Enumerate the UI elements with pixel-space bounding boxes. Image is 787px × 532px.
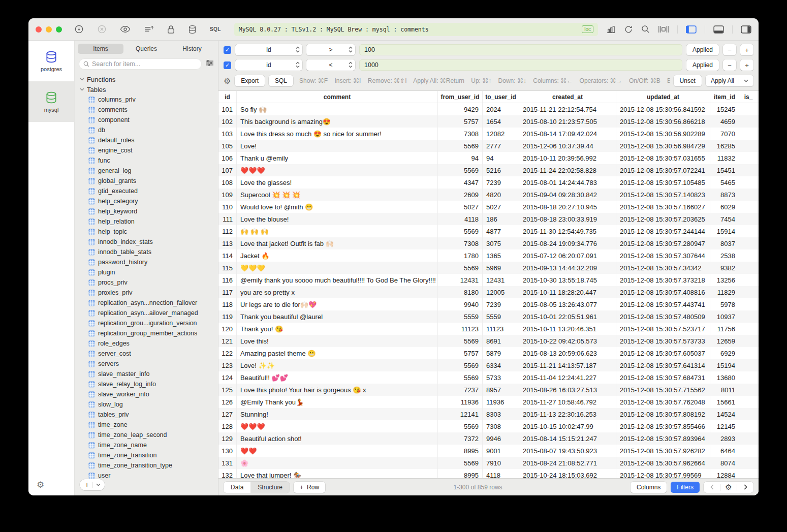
grid-cell[interactable]: 8074 [710,457,739,469]
tab-structure[interactable]: Structure [250,482,290,493]
grid-cell[interactable]: 5879 [483,347,519,359]
grid-cell[interactable]: 5569 [438,420,483,432]
grid-cell[interactable]: Love! [237,140,438,152]
grid-cell[interactable]: 12659 [710,335,739,347]
filter-column-select[interactable]: id [235,59,302,71]
tree-section-functions[interactable]: Functions [75,74,218,84]
grid-cell[interactable]: Thank u @emily [237,152,438,164]
grid-cell[interactable]: 116 [218,274,237,286]
grid-cell[interactable]: 2015-10-11 18:28:20.447 [519,286,616,298]
tab-history[interactable]: History [169,44,215,54]
search-input[interactable]: Search for item... [79,58,202,70]
sidebar-table-item[interactable]: time_zone_transition [75,450,218,460]
grid-cell[interactable]: 128 [218,420,237,432]
query-log-icon[interactable] [144,25,154,34]
grid-cell[interactable]: 2015-12-08 15:30:57.99569 [616,469,710,478]
grid-cell[interactable]: 5978 [710,298,739,310]
grid-cell[interactable]: 5969 [483,262,519,274]
grid-cell[interactable]: 5216 [483,164,519,176]
grid-cell[interactable]: 15661 [710,396,739,408]
toggle-right-panel-icon[interactable] [741,25,751,34]
grid-cell[interactable] [739,420,758,432]
grid-cell[interactable]: 2015-12-06 10:37:39.44 [519,140,616,152]
grid-cell[interactable]: 1654 [483,115,519,128]
add-row-button[interactable]: + Row [294,482,325,493]
filter-operator-select[interactable]: < [306,59,355,71]
grid-cell[interactable] [739,140,758,152]
grid-cell[interactable]: 5569 [438,140,483,152]
grid-cell[interactable]: 5465 [710,176,739,189]
grid-cell[interactable]: 11123 [438,323,483,335]
grid-cell[interactable]: 7372 [438,432,483,445]
grid-cell[interactable] [739,237,758,249]
grid-cell[interactable]: 186 [483,213,519,225]
grid-cell[interactable] [739,432,758,445]
grid-cell[interactable]: 8303 [483,408,519,420]
grid-cell[interactable] [739,298,758,310]
grid-cell[interactable] [739,408,758,420]
grid-cell[interactable]: 12141 [438,408,483,420]
grid-cell[interactable]: 4877 [483,225,519,237]
grid-cell[interactable]: 2015-10-01 22:05:51.961 [519,310,616,323]
sidebar-table-item[interactable]: comments [75,105,218,115]
grid-cell[interactable]: 2015-08-18 23:00:33.919 [519,213,616,225]
grid-cell[interactable]: 117 [218,286,237,298]
sidebar-table-item[interactable]: password_history [75,257,218,267]
grid-cell[interactable]: 102 [218,115,237,128]
chart-icon[interactable] [606,25,616,34]
grid-cell[interactable]: 2015-10-11 13:20:46.351 [519,323,616,335]
grid-cell[interactable]: 106 [218,152,237,164]
grid-cell[interactable]: 2015-10-15 10:02:47.99 [519,420,616,432]
grid-cell[interactable]: 2015-10-11 20:39:56.992 [519,152,616,164]
grid-cell[interactable]: 9940 [438,298,483,310]
column-header-from_user_id[interactable]: from_user_id [438,91,483,103]
grid-cell[interactable] [739,152,758,164]
grid-cell[interactable]: 2015-11-13 22:30:16.253 [519,408,616,420]
grid-cell[interactable]: 5027 [483,201,519,213]
plug-connection-icon[interactable] [74,24,84,34]
grid-cell[interactable]: 2015-12-08 15:30:56.841592 [616,103,710,115]
grid-cell[interactable]: 1780 [438,249,483,262]
grid-cell[interactable]: 2015-12-08 15:30:57.105485 [616,176,710,189]
add-item-button[interactable]: + [80,479,105,490]
grid-cell[interactable]: 2015-12-08 15:30:57.072241 [616,164,710,176]
grid-cell[interactable]: 2015-08-10 21:23:57.505 [519,115,616,128]
grid-cell[interactable]: 2015-12-08 15:30:57.523717 [616,323,710,335]
grid-cell[interactable]: 121 [218,335,237,347]
column-header-is_[interactable]: is_ [739,91,758,103]
grid-cell[interactable]: 2015-11-04 12:24:41.227 [519,371,616,384]
grid-cell[interactable]: 5569 [438,335,483,347]
grid-cell[interactable]: Jacket 🔥 [237,249,438,262]
add-filter-button[interactable]: + [740,44,753,55]
grid-cell[interactable]: 2538 [710,249,739,262]
grid-cell[interactable]: This background is amazing😍 [237,115,438,128]
grid-cell[interactable]: Love the glasses! [237,176,438,189]
grid-cell[interactable]: 129 [218,432,237,445]
next-page-button[interactable] [737,482,753,493]
grid-cell[interactable]: 2015-11-21 22:12:54.754 [519,103,616,115]
grid-cell[interactable]: 9382 [710,262,739,274]
grid-cell[interactable]: 15194 [710,359,739,371]
grid-cell[interactable]: 2015-08-07 19:43:50.923 [519,445,616,457]
grid-cell[interactable]: 7239 [483,176,519,189]
grid-cell[interactable]: 2015-12-08 15:30:57.926282 [616,445,710,457]
grid-cell[interactable] [739,164,758,176]
grid-cell[interactable]: 5027 [438,201,483,213]
grid-cell[interactable]: Ur legs are to die for🙌🏻💖 [237,298,438,310]
grid-cell[interactable]: 2015-11-27 10:58:46.792 [519,396,616,408]
toggle-bottom-panel-icon[interactable] [713,25,724,34]
filter-operator-select[interactable]: > [306,44,355,55]
grid-cell[interactable]: 💛💛💛 [237,262,438,274]
grid-cell[interactable]: 2015-09-04 09:28:30.842 [519,189,616,201]
grid-cell[interactable] [739,445,758,457]
grid-cell[interactable]: 2015-10-22 09:42:05.573 [519,335,616,347]
grid-cell[interactable]: 2015-12-08 15:30:57.244144 [616,225,710,237]
sidebar-table-item[interactable]: func [75,155,218,166]
preview-eye-icon[interactable] [120,25,131,33]
grid-cell[interactable]: 2015-12-08 15:30:57.641314 [616,359,710,371]
search-icon[interactable] [641,25,650,34]
grid-cell[interactable] [739,457,758,469]
grid-cell[interactable]: 5569 [438,457,483,469]
grid-cell[interactable]: Love the blouse! [237,213,438,225]
grid-cell[interactable]: Would love to! @mith 😁 [237,201,438,213]
